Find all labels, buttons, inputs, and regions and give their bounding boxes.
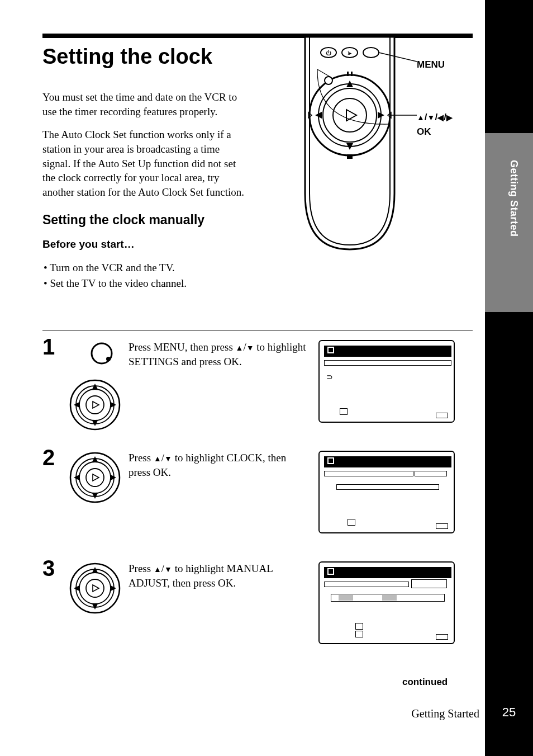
- remote-diagram: ⏻ I▸: [288, 37, 512, 257]
- step-number: 2: [42, 446, 67, 469]
- svg-text:⏻: ⏻: [326, 50, 331, 56]
- step-text-fragment: Press: [129, 452, 154, 464]
- svg-point-4: [363, 48, 379, 58]
- remote-label-menu: MENU: [417, 59, 445, 70]
- step-instruction: Press / to highlight CLOCK, then press O…: [129, 446, 318, 479]
- step-screen-thumbnail: ⊃: [318, 336, 456, 423]
- arrow-down-icon: [164, 563, 172, 574]
- svg-point-17: [106, 357, 111, 361]
- intro-paragraph-2: The Auto Clock Set function works only i…: [42, 127, 249, 199]
- svg-rect-9: [347, 72, 349, 76]
- arrow-right-icon: [446, 112, 453, 122]
- arrow-left-icon: [437, 112, 444, 122]
- step-number: 1: [42, 336, 67, 358]
- svg-rect-11: [347, 154, 353, 159]
- step-screen-thumbnail: [318, 446, 456, 533]
- step-row: 1 Press MENU, then press / to: [42, 336, 473, 436]
- before-you-start-heading: Before you start…: [42, 237, 249, 252]
- svg-rect-10: [351, 72, 353, 76]
- svg-point-8: [333, 98, 367, 132]
- list-item: Turn on the VCR and the TV.: [44, 260, 249, 276]
- arrow-up-icon: [154, 563, 161, 574]
- step-instruction: Press MENU, then press / to highlight SE…: [129, 336, 318, 368]
- footer-section-label: Getting Started: [411, 707, 479, 720]
- svg-point-12: [325, 77, 332, 84]
- arrow-up-icon: [236, 341, 244, 353]
- step-screen-thumbnail: [318, 557, 456, 644]
- page-number: 25: [485, 701, 533, 724]
- remote-label-ok: OK: [417, 126, 431, 138]
- step-number: 3: [42, 557, 67, 579]
- arrow-up-icon: [154, 452, 161, 464]
- step-row: 2 Press / to highlight CLOCK, then press…: [42, 446, 473, 547]
- arrow-up-icon: [417, 112, 425, 122]
- svg-point-25: [86, 469, 104, 486]
- subheading-manual: Setting the clock manually: [42, 211, 249, 229]
- step-text-fragment: Press: [129, 563, 154, 574]
- arrow-down-icon: [164, 452, 172, 464]
- step-remote-icon: [67, 557, 129, 618]
- list-item: Set the TV to the video channel.: [44, 276, 249, 291]
- step-text-fragment: Press MENU, then press: [129, 341, 236, 353]
- steps-divider: [42, 330, 473, 330]
- step-row: 3 Press / to highlight MANUAL ADJUST, th…: [42, 557, 473, 658]
- before-you-start-list: Turn on the VCR and the TV. Set the TV t…: [44, 260, 249, 291]
- svg-text:I▸: I▸: [348, 50, 352, 56]
- remote-label-arrows: ///: [417, 112, 453, 123]
- remote-svg: ⏻ I▸: [288, 37, 417, 255]
- step-remote-icon: [67, 336, 129, 436]
- svg-point-21: [86, 396, 104, 414]
- arrow-down-icon: [427, 112, 435, 122]
- continued-label: continued: [402, 677, 448, 688]
- svg-point-29: [86, 579, 104, 597]
- step-remote-icon: [67, 446, 129, 508]
- arrow-down-icon: [246, 341, 254, 353]
- intro-paragraph-1: You must set the time and date on the VC…: [42, 90, 249, 119]
- step-instruction: Press / to highlight MANUAL ADJUST, then…: [129, 557, 318, 590]
